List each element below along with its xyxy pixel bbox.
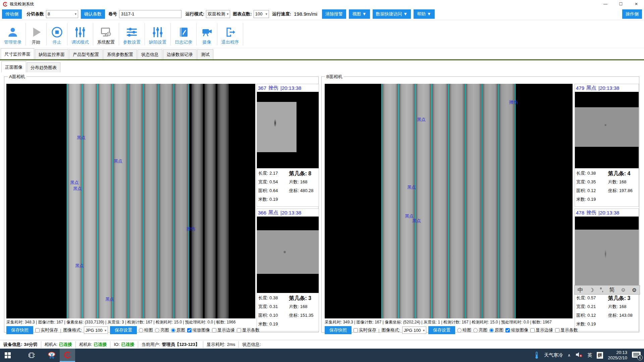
save-settings-button[interactable]: 保存设置 [428, 326, 455, 334]
original-image-radio[interactable]: 原图 [171, 327, 185, 333]
original-image-radio[interactable]: 原图 [489, 327, 503, 333]
close-button[interactable]: ✕ [629, 0, 644, 8]
material-strip [82, 84, 97, 318]
defect-overlay-label: 黑点 [412, 218, 421, 224]
material-strip [173, 84, 189, 318]
defect-thumbnail[interactable] [575, 217, 639, 293]
device-info-label: 设备信息: [3, 342, 22, 348]
ime-simplified-mode[interactable]: 简 [609, 287, 614, 294]
log-record-button[interactable]: 日志记录 [171, 23, 197, 45]
camera-b-image[interactable]: 挫伤黑点黑点黑点黑点 [325, 84, 573, 318]
io-conn-label: IO: [114, 342, 119, 347]
subtab-trend-chart[interactable]: 分布趋势图表 [27, 62, 60, 72]
taskbar: 天气寒冷 ∧ 英 拼 20:13 2025/2/10 6 [0, 349, 644, 362]
zoom-image-checkbox[interactable]: 缩放图像 [505, 327, 528, 333]
checkbox[interactable] [35, 328, 40, 333]
defect-area: 0.64 [269, 188, 278, 193]
dark-image-radio[interactable]: 暗图 [457, 327, 471, 333]
show-edge-checkbox[interactable]: 显示边缘 [212, 327, 235, 333]
bright-image-radio[interactable]: 亮图 [473, 327, 487, 333]
tab-size-monitor[interactable]: 尺寸监控界面 [1, 48, 34, 59]
material-strip [205, 84, 216, 318]
zoom-image-checkbox[interactable]: 缩放图像 [187, 327, 210, 333]
bright-image-radio[interactable]: 亮图 [155, 327, 169, 333]
help-menu-button[interactable]: 帮助 ▼ [414, 9, 434, 19]
tab-defect-monitor[interactable]: 缺陷监控界面 [35, 49, 68, 59]
language-indicator[interactable]: 英 [587, 352, 592, 358]
maximize-button[interactable]: ☐ [613, 0, 629, 8]
view-menu-button[interactable]: 视图 ▼ [349, 9, 370, 19]
inspection-app-taskbar-button[interactable] [60, 349, 75, 362]
ime-pinyin-indicator[interactable]: 拼 [597, 352, 603, 359]
defect-coord: 480.28 [300, 188, 314, 193]
ime-fullhalf-moon-icon[interactable]: ☽ [589, 287, 594, 293]
snipping-tool-button[interactable] [44, 349, 60, 362]
clear-alarm-button[interactable]: 清除报警 [322, 9, 346, 19]
ime-punctuation-icon[interactable]: °, [600, 287, 603, 293]
data-quick-access-menu-button[interactable]: 数据快捷访问 ▼ [373, 9, 411, 19]
ime-settings-icon[interactable]: ⚙ [632, 287, 637, 293]
defect-id: 366 [258, 210, 266, 216]
taskbar-time: 20:13 [608, 350, 627, 355]
roll-number-input[interactable] [119, 10, 181, 18]
tab-status-info[interactable]: 状态信息 [138, 49, 162, 59]
display-time-label: 显示耗时: [207, 342, 225, 348]
drive-side-button[interactable]: 传动侧 [2, 9, 22, 19]
tab-test[interactable]: 测试 [197, 49, 213, 59]
hidden-icons-chevron[interactable]: ∧ [568, 353, 571, 358]
save-snapshot-button[interactable]: 保存快照 [325, 326, 352, 334]
image-format-select[interactable]: JPG 100▾ [402, 326, 426, 334]
task-view-button[interactable] [24, 349, 40, 362]
show-edge-checkbox[interactable]: 显示边缘 [530, 327, 553, 333]
realtime-save-checkbox[interactable]: 实时保存 [35, 327, 58, 333]
show-count-checkbox[interactable]: 显示条数 [237, 327, 260, 333]
weather-status[interactable]: 天气寒冷 [544, 352, 563, 358]
parameter-settings-button[interactable]: 参数设置 [119, 23, 145, 45]
admin-login-button[interactable]: 管理登录 [0, 23, 26, 45]
ime-emoji-icon[interactable]: ☺ [621, 287, 626, 293]
defect-time: |20:13:38 [280, 210, 301, 216]
realtime-save-checkbox[interactable]: 实时保存 [354, 327, 376, 333]
volume-muted-icon[interactable] [575, 352, 583, 359]
defect-thumbnail[interactable] [257, 217, 319, 293]
defect-area: 0.12 [587, 188, 596, 193]
camera-capture-button[interactable]: 摄像 [197, 23, 217, 45]
defect-settings-button[interactable]: 缺陷设置 [145, 23, 171, 45]
app-window: 视觉检测系统 — ☐ ✕ 传动侧 分切条数 8▾ 确认条数 卷号 运行模式: 双… [0, 0, 644, 362]
start-button[interactable] [0, 349, 15, 362]
device-info-value: 3#分切 [24, 342, 37, 348]
subtab-front-image[interactable]: 正面图像 [1, 61, 26, 72]
confirm-count-button[interactable]: 确认条数 [81, 9, 105, 19]
chart-points-select[interactable]: 100▾ [254, 10, 269, 18]
camera-a-image[interactable]: 黑点黑点黑点黑点挫伤黑点黑点 [6, 84, 255, 318]
video-camera-icon [201, 26, 213, 38]
image-format-select[interactable]: JPG 100▾ [84, 326, 108, 334]
stop-button[interactable]: 停止 [47, 23, 67, 45]
defect-thumbnail[interactable] [257, 92, 319, 168]
start-button[interactable]: 开始 [26, 23, 47, 45]
defect-meter: 0.19 [269, 197, 278, 202]
material-strip [498, 84, 516, 318]
tab-system-param-config[interactable]: 系统参数配置 [103, 49, 137, 59]
debug-mode-button[interactable]: 调试模式 [67, 23, 93, 45]
ime-chinese-mode[interactable]: 中 [578, 286, 583, 294]
defect-type: 黑点 [268, 209, 278, 216]
save-settings-button[interactable]: 保存设置 [110, 326, 137, 334]
notification-center-button[interactable]: 6 [632, 352, 641, 359]
run-mode-select[interactable]: 双面检测▾ [206, 10, 230, 18]
exit-program-button[interactable]: 退出程序 [217, 23, 243, 45]
dark-image-radio[interactable]: 暗图 [139, 327, 153, 333]
clock[interactable]: 20:13 2025/2/10 [608, 350, 627, 361]
defect-thumbnail[interactable] [575, 92, 639, 168]
slit-count-select[interactable]: 8▾ [46, 10, 78, 18]
save-snapshot-button[interactable]: 保存快照 [6, 326, 33, 334]
system-config-button[interactable]: 系统配置 [93, 23, 119, 45]
tab-edge-data-record[interactable]: 边缘数据记录 [163, 49, 197, 59]
show-count-checkbox[interactable]: 显示条数 [555, 327, 578, 333]
minimize-button[interactable]: — [598, 0, 613, 8]
sliders-vertical-icon [74, 26, 86, 38]
operate-side-button[interactable]: 操作侧 [622, 9, 642, 19]
defect-width: 0.21 [587, 304, 596, 309]
run-speed-value: 198.9m/mi [294, 11, 317, 17]
tab-product-model-config[interactable]: 产品型号配置 [69, 49, 103, 59]
